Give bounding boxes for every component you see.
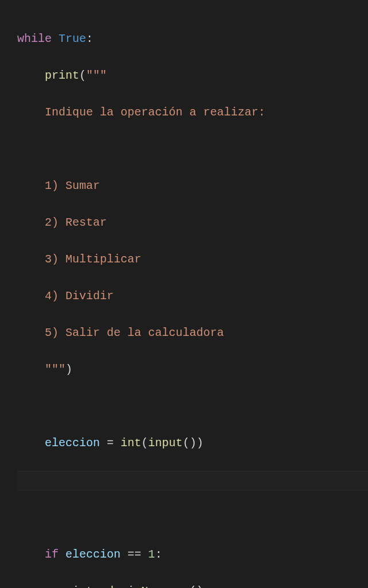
lparen: (: [79, 69, 86, 82]
num: 1: [148, 548, 155, 561]
code-line: if eleccion == 1:: [17, 546, 368, 564]
rparen: ): [65, 363, 72, 376]
code-line: [17, 509, 368, 527]
keyword-while: while: [17, 32, 52, 45]
keyword-true: True: [59, 32, 86, 45]
assign: =: [107, 436, 114, 450]
fn-print: print: [45, 69, 79, 82]
str-triple-close: """: [45, 363, 65, 376]
str-triple-open: """: [86, 69, 107, 82]
keyword-if: if: [45, 548, 59, 561]
str-menu-item: 4) Dividir: [45, 289, 114, 303]
code-line: 2) Restar: [17, 214, 368, 232]
colon: :: [86, 32, 93, 45]
str-menu: Indique la operación a realizar:: [45, 106, 265, 119]
lparen: (: [141, 436, 148, 450]
code-line: [17, 140, 368, 158]
str-menu-item: 2) Restar: [45, 216, 107, 229]
colon: :: [155, 548, 162, 561]
eq: ==: [127, 548, 141, 561]
code-line: eleccion = int(input()): [17, 434, 368, 452]
code-line: 5) Salir de la calculadora: [17, 324, 368, 342]
var-eleccion: eleccion: [65, 548, 121, 561]
code-line: Indique la operación a realizar:: [17, 103, 368, 122]
code-line: """): [17, 361, 368, 379]
rparen: ): [189, 436, 196, 450]
fn-introducir: introducirNumeros: [72, 585, 189, 588]
code-block: while True: print(""" Indique la operaci…: [17, 11, 368, 588]
lparen: (: [189, 585, 196, 588]
code-line: print(""": [17, 67, 368, 85]
code-line-highlighted: [17, 471, 368, 490]
fn-input: input: [148, 436, 183, 450]
code-line: while True:: [17, 30, 368, 48]
str-menu-item: 1) Sumar: [45, 179, 100, 192]
rparen: ): [196, 585, 203, 588]
fn-int: int: [121, 436, 141, 450]
rparen: ): [196, 436, 203, 450]
str-menu-item: 5) Salir de la calculadora: [45, 326, 224, 339]
code-line: [17, 397, 368, 416]
code-line: introducirNumeros(): [17, 582, 368, 588]
var-eleccion: eleccion: [45, 436, 100, 450]
code-line: 1) Sumar: [17, 177, 368, 195]
code-line: 4) Dividir: [17, 287, 368, 305]
str-menu-item: 3) Multiplicar: [45, 253, 141, 266]
lparen: (: [183, 436, 189, 450]
code-line: 3) Multiplicar: [17, 250, 368, 269]
